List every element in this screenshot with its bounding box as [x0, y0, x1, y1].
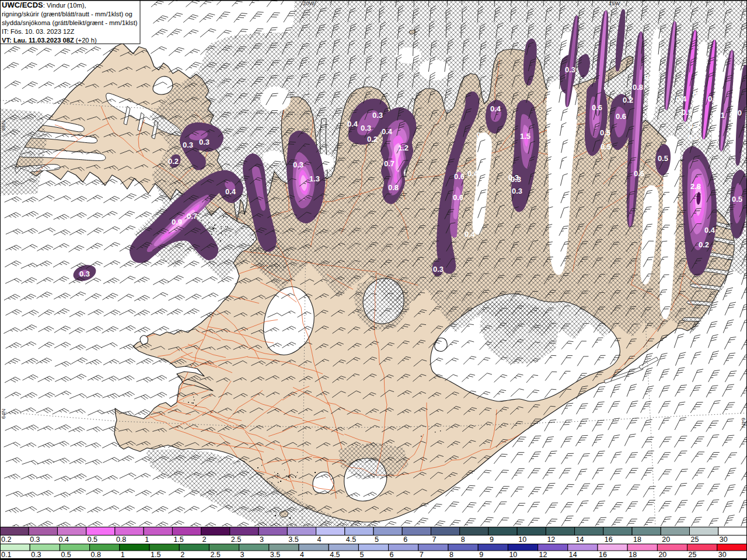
svg-text:0.4: 0.4: [693, 90, 704, 99]
svg-text:1.5: 1.5: [520, 132, 530, 141]
svg-text:0.7: 0.7: [384, 159, 395, 168]
svg-text:0.1: 0.1: [1, 551, 11, 559]
svg-text:0.8: 0.8: [388, 183, 399, 192]
svg-text:1.2: 1.2: [398, 144, 409, 152]
svg-text:0.2: 0.2: [699, 240, 709, 249]
svg-text:0.4: 0.4: [59, 536, 69, 544]
svg-text:16: 16: [599, 551, 607, 559]
svg-text:2.5: 2.5: [231, 536, 241, 544]
svg-text:64N: 64N: [0, 408, 6, 419]
svg-text:4: 4: [317, 536, 322, 544]
svg-text:30: 30: [718, 551, 727, 559]
svg-text:0.9: 0.9: [172, 218, 182, 226]
svg-text:7: 7: [432, 536, 437, 544]
svg-text:30: 30: [720, 536, 728, 544]
svg-text:slydda/snjókoma (grátt/bleikt/: slydda/snjókoma (grátt/bleikt/grænt - mm…: [2, 19, 138, 26]
svg-text:0.4: 0.4: [644, 73, 655, 82]
svg-text:10: 10: [518, 536, 526, 544]
svg-text:VT: Lau. 11.03.2023 08Z (+20 h: VT: Lau. 11.03.2023 08Z (+20 h): [2, 37, 97, 44]
svg-text:0.4: 0.4: [704, 226, 715, 235]
svg-text:4.5: 4.5: [346, 536, 356, 544]
svg-text:1: 1: [121, 551, 125, 559]
svg-text:1.0: 1.0: [731, 108, 742, 117]
svg-text:0.3: 0.3: [361, 124, 371, 132]
svg-text:2.5: 2.5: [210, 551, 220, 559]
svg-text:9: 9: [490, 536, 494, 544]
svg-text:16: 16: [605, 536, 613, 544]
svg-text:2: 2: [203, 536, 207, 544]
svg-text:14: 14: [576, 536, 584, 544]
svg-text:1: 1: [145, 536, 149, 544]
svg-text:UWC/ECDS: Vindur (10m),: UWC/ECDS: Vindur (10m),: [2, 1, 86, 9]
svg-text:6: 6: [403, 536, 407, 544]
svg-text:0.4: 0.4: [225, 187, 236, 196]
svg-text:0.3: 0.3: [565, 65, 575, 74]
svg-text:25: 25: [691, 536, 699, 544]
svg-text:0.2: 0.2: [623, 96, 633, 104]
svg-text:IT: Fös. 10. 03. 2023 12Z: IT: Fös. 10. 03. 2023 12Z: [2, 28, 75, 35]
svg-text:0.2: 0.2: [367, 135, 378, 144]
svg-text:0.3: 0.3: [31, 551, 41, 559]
svg-text:0.5: 0.5: [688, 133, 699, 142]
svg-text:4: 4: [300, 551, 304, 559]
svg-text:5: 5: [359, 551, 364, 559]
svg-text:0.4: 0.4: [467, 169, 479, 178]
svg-text:7: 7: [420, 551, 424, 559]
svg-text:12: 12: [539, 551, 547, 559]
svg-text:0.3: 0.3: [199, 138, 210, 146]
svg-text:0.3: 0.3: [512, 187, 522, 195]
svg-text:14: 14: [569, 551, 577, 559]
svg-text:2.8: 2.8: [690, 182, 701, 191]
svg-text:0.2: 0.2: [1, 536, 11, 544]
svg-text:0.5: 0.5: [658, 154, 668, 163]
svg-text:0.3: 0.3: [293, 160, 303, 169]
svg-text:20: 20: [662, 536, 670, 544]
svg-text:0.4: 0.4: [490, 104, 501, 113]
svg-text:1.5: 1.5: [173, 536, 183, 544]
svg-text:0.6: 0.6: [592, 103, 602, 112]
svg-text:6: 6: [390, 551, 394, 559]
svg-text:rigning/skúrir (grænt/blátt/ra: rigning/skúrir (grænt/blátt/rautt - mm/1…: [2, 10, 132, 18]
svg-text:0.7: 0.7: [187, 212, 197, 220]
svg-text:3: 3: [240, 551, 245, 559]
svg-text:0.4: 0.4: [347, 120, 358, 128]
svg-text:0.5: 0.5: [61, 551, 71, 559]
svg-text:0.3: 0.3: [183, 141, 193, 149]
svg-text:3.5: 3.5: [270, 551, 280, 559]
svg-text:0.3: 0.3: [433, 265, 444, 274]
svg-text:18: 18: [629, 551, 637, 559]
svg-text:1.5: 1.5: [151, 551, 160, 559]
svg-text:8: 8: [449, 551, 453, 559]
svg-text:25: 25: [689, 551, 697, 559]
svg-text:0.3: 0.3: [508, 173, 519, 182]
svg-text:1.3: 1.3: [309, 174, 320, 183]
svg-text:0.8: 0.8: [633, 83, 643, 92]
svg-text:12: 12: [547, 536, 555, 544]
svg-text:0.9: 0.9: [708, 94, 718, 103]
svg-text:0.5: 0.5: [601, 142, 611, 151]
svg-text:9: 9: [479, 551, 483, 559]
svg-text:0.8: 0.8: [91, 551, 101, 559]
svg-text:0.6: 0.6: [616, 112, 626, 121]
svg-text:0.6: 0.6: [453, 193, 463, 202]
svg-text:0.4: 0.4: [676, 94, 687, 103]
svg-text:0.2: 0.2: [168, 157, 179, 166]
svg-text:0.5: 0.5: [600, 128, 610, 137]
svg-text:1.1: 1.1: [714, 111, 725, 120]
svg-text:0.3: 0.3: [79, 270, 90, 278]
svg-text:0.8: 0.8: [116, 536, 126, 544]
svg-text:2: 2: [180, 551, 184, 559]
svg-text:3.5: 3.5: [288, 536, 298, 544]
svg-text:0.6: 0.6: [454, 172, 465, 181]
svg-text:0.4: 0.4: [465, 230, 476, 239]
svg-text:0.3: 0.3: [30, 536, 40, 544]
svg-text:18: 18: [633, 536, 641, 544]
svg-text:0.2: 0.2: [477, 131, 487, 139]
svg-text:0.5: 0.5: [88, 536, 97, 544]
svg-text:0.3: 0.3: [372, 111, 383, 120]
svg-text:5: 5: [375, 536, 379, 544]
svg-text:20: 20: [658, 551, 666, 559]
svg-text:0.5: 0.5: [732, 195, 742, 204]
svg-text:10: 10: [509, 551, 517, 559]
svg-text:0.4: 0.4: [382, 127, 393, 136]
